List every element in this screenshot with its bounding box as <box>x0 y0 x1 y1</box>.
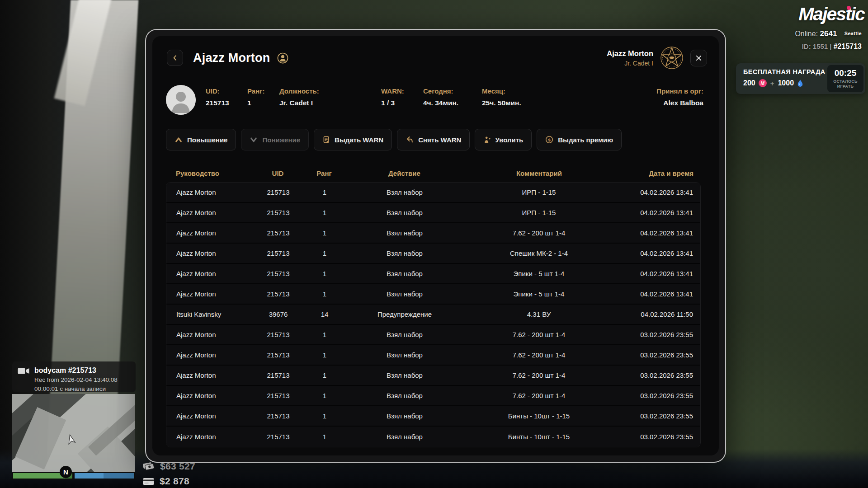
bank-card-icon <box>143 478 154 485</box>
table-cell: Ajazz Morton <box>166 351 252 359</box>
table-cell: 215713 <box>252 229 304 237</box>
info-field-сегодня: Сегодня:4ч. 34мин. <box>423 87 458 107</box>
table-cell: 03.02.2026 23:55 <box>613 412 700 420</box>
info-value: 215713 <box>206 99 229 107</box>
action-warn-give-button[interactable]: Выдать WARN <box>314 129 392 150</box>
table-cell: 04.02.2026 13:41 <box>613 249 700 257</box>
table-cell: 215713 <box>252 331 304 338</box>
actions-bar: ПовышениеПонижениеВыдать WARNСнять WARNУ… <box>166 129 622 150</box>
chevron-left-icon <box>171 54 179 61</box>
close-button[interactable] <box>690 50 707 66</box>
table-cell: 03.02.2026 23:55 <box>613 371 700 379</box>
info-value: 25ч. 50мин. <box>482 99 521 107</box>
table-cell: Бинты - 10шт - 1-15 <box>464 433 613 441</box>
table-row: Ajazz Morton2157131Взял набор7.62 - 200 … <box>166 325 700 345</box>
close-x-icon <box>695 55 702 61</box>
action-rank-up-button[interactable]: Повышение <box>166 129 236 150</box>
table-cell: Взял набор <box>345 290 464 298</box>
table-cell: 7.62 - 200 шт 1-4 <box>464 331 613 338</box>
action-rank-down-button[interactable]: Понижение <box>241 129 309 150</box>
accepted-by-value: Alex Balboa <box>656 99 703 107</box>
table-cell: 1 <box>304 249 345 257</box>
action-warn-remove-button[interactable]: Снять WARN <box>397 129 470 150</box>
minimap-map <box>12 394 135 472</box>
table-row: Ajazz Morton2157131Взял набор7.62 - 200 … <box>166 223 700 244</box>
table-cell: 7.62 - 200 шт 1-4 <box>464 351 613 359</box>
action-premium-button[interactable]: $Выдать премию <box>537 129 622 150</box>
table-cell: 14 <box>304 310 345 318</box>
logo-pink-dot-icon <box>847 6 851 10</box>
page-title: Ajazz Morton <box>193 51 270 65</box>
info-value: 1 / 3 <box>381 99 404 107</box>
table-cell: 04.02.2026 13:41 <box>613 209 700 216</box>
bodycam-overlay: bodycam #215713 Rec from 2026-02-04 13:4… <box>12 361 136 392</box>
table-cell: 215713 <box>252 412 304 420</box>
info-field-uid: UID:215713 <box>206 87 229 107</box>
info-value: 1 <box>247 99 264 107</box>
table-cell: Бинты - 10шт - 1-15 <box>464 412 613 420</box>
majestic-logo: Majestic <box>798 4 864 25</box>
table-row: Ajazz Morton2157131Взял наборИРП - 1-150… <box>166 183 700 203</box>
table-cell: Взял набор <box>345 433 464 441</box>
cash-icon <box>142 461 155 471</box>
info-field-warn: WARN:1 / 3 <box>381 87 404 107</box>
table-cell: 215713 <box>252 351 304 359</box>
table-row: Ajazz Morton2157131Взял набор7.62 - 200 … <box>166 386 700 406</box>
free-reward-panel[interactable]: БЕСПЛАТНАЯ НАГРАДА 200 M + 1000 00:25 ОС… <box>736 63 865 94</box>
money-hud: $63 527 $2 878 <box>143 460 195 488</box>
table-cell: Эпики - 5 шт 1-4 <box>464 290 613 298</box>
table-row: Ajazz Morton2157131Взял набор7.62 - 200 … <box>166 345 700 366</box>
action-label: Выдать премию <box>558 136 613 144</box>
logo-text: Majestic <box>798 4 864 24</box>
statusbar-segment <box>75 473 104 479</box>
rank-down-icon <box>250 136 258 143</box>
bodycam-title: bodycam #215713 <box>34 366 118 375</box>
person-circle-icon <box>277 52 288 64</box>
action-dismiss-button[interactable]: Уволить <box>475 129 532 150</box>
bank-value: $2 878 <box>160 476 189 487</box>
info-field-ранг: Ранг:1 <box>247 87 264 107</box>
bodycam-camera-icon <box>18 367 30 375</box>
player-id-value: #215713 <box>834 42 862 50</box>
info-label: Ранг: <box>247 87 264 95</box>
panel-header: Ajazz Morton <box>167 50 288 66</box>
accepted-by-label: Принял в орг: <box>656 87 703 95</box>
player-id: ID: 1551 | #215713 <box>678 42 862 51</box>
table-cell: 03.02.2026 23:55 <box>613 392 700 399</box>
table-cell: Ajazz Morton <box>166 371 252 379</box>
online-label: Online: <box>795 30 818 38</box>
rank-up-icon <box>175 136 183 143</box>
bank-line: $2 878 <box>143 475 195 488</box>
log-table-header: РуководствоUIDРангДействиеКомментарийДат… <box>166 164 701 182</box>
dismiss-icon <box>483 136 491 144</box>
table-row: Ajazz Morton2157131Взял наборСпешик МК-2… <box>166 244 700 264</box>
back-button[interactable] <box>167 50 183 66</box>
table-cell: ИРП - 1-15 <box>464 209 613 216</box>
statusbar-segment <box>13 473 65 479</box>
table-row: Ajazz Morton2157131Взял наборИРП - 1-150… <box>166 203 700 223</box>
action-label: Снять WARN <box>418 136 461 144</box>
water-drop-icon <box>797 79 803 87</box>
info-label: UID: <box>206 87 229 95</box>
table-cell: 03.02.2026 23:55 <box>613 331 700 338</box>
table-cell: 1 <box>304 331 345 338</box>
table-cell: 215713 <box>252 209 304 216</box>
reward-timer: 00:25 ОСТАЛОСЬ ИГРАТЬ <box>827 65 863 92</box>
statusbar-segment <box>104 473 134 479</box>
table-cell: Itsuki Kavinsky <box>166 310 252 318</box>
info-label: Сегодня: <box>423 87 458 95</box>
table-cell: Взял набор <box>345 351 464 359</box>
table-cell: 1 <box>304 433 345 441</box>
table-cell: Эпики - 5 шт 1-4 <box>464 270 613 277</box>
reward-drop-amount: 1000 <box>778 79 794 87</box>
table-cell: 215713 <box>252 249 304 257</box>
table-cell: 1 <box>304 371 345 379</box>
action-label: Уволить <box>495 136 523 144</box>
table-cell: 1 <box>304 392 345 399</box>
info-value: 4ч. 34мин. <box>423 99 458 107</box>
info-label: Должность: <box>279 87 319 95</box>
info-label: Месяц: <box>482 87 521 95</box>
member-window: Ajazz Morton Ajazz Morton Jr. Cadet I <box>145 29 726 463</box>
column-header: Руководство <box>166 169 252 177</box>
table-row: Ajazz Morton2157131Взял наборЭпики - 5 ш… <box>166 264 700 284</box>
